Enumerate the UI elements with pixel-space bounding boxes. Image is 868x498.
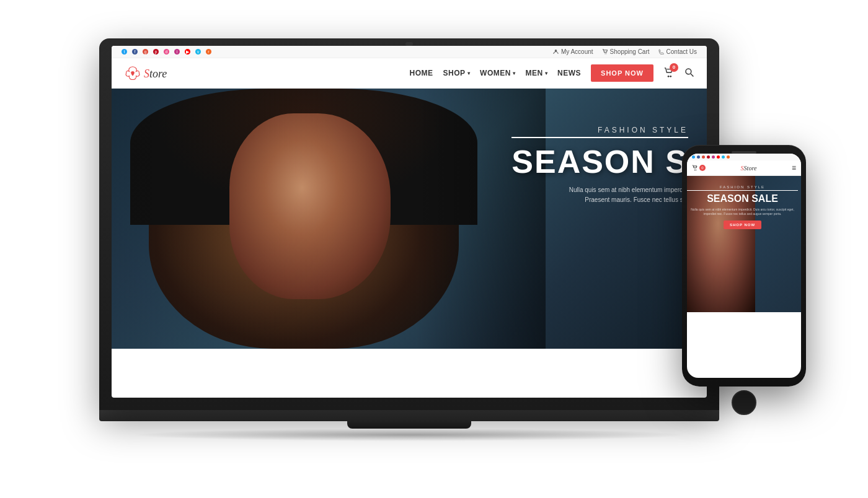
logo-icon — [124, 64, 141, 82]
svg-point-4 — [670, 75, 671, 77]
search-icon-nav[interactable] — [684, 68, 694, 79]
logo-text: Store — [144, 66, 167, 81]
cart-icon — [602, 49, 608, 55]
phone-pinterest-icon — [707, 155, 710, 159]
hamburger-menu[interactable]: ≡ — [792, 164, 796, 172]
nav-home[interactable]: HOME — [410, 69, 433, 77]
scene: t f g p d i ▶ v r My Account — [0, 0, 868, 498]
site-logo[interactable]: Store — [124, 64, 167, 82]
topbar-links: My Account Shopping Cart Contact Us — [553, 48, 697, 55]
phone-cart-area[interactable]: 0 — [692, 165, 706, 171]
phone-device: 0 SStore ≡ — [682, 145, 806, 393]
rss-icon[interactable]: r — [206, 49, 211, 55]
vimeo-icon[interactable]: v — [195, 49, 201, 55]
svg-point-3 — [668, 75, 670, 77]
phone-hero-content: FASHION STYLE SEASON SALE Nulla quis sem… — [687, 185, 798, 229]
svg-point-5 — [686, 69, 691, 74]
hero-content: FASHION STYLE SEASON S Nulla quis sem at… — [512, 126, 688, 205]
phone-home-button[interactable] — [732, 390, 756, 415]
phone-body: 0 SStore ≡ — [682, 145, 806, 387]
laptop-screen: t f g p d i ▶ v r My Account — [112, 46, 707, 398]
laptop-shadow — [130, 429, 688, 441]
phone-hero: FASHION STYLE SEASON SALE Nulla quis sem… — [687, 176, 801, 312]
phone-topbar — [687, 154, 801, 160]
phone-cart-badge: 0 — [699, 165, 706, 171]
svg-point-1 — [604, 53, 605, 54]
shop-now-button[interactable]: SHOP NOW — [591, 64, 653, 82]
phone-facebook-icon — [697, 155, 700, 159]
hero-description: Nulla quis sem at nibh elementum imperd.… — [512, 185, 688, 205]
shopping-cart-link[interactable]: Shopping Cart — [602, 48, 650, 55]
svg-point-2 — [606, 53, 606, 54]
cart-badge: 0 — [670, 63, 678, 72]
hero-title: SEASON S — [512, 146, 688, 178]
phone-hero-subtitle: FASHION STYLE — [687, 185, 798, 191]
pinterest-icon[interactable]: p — [153, 49, 159, 55]
phone-hero-desc: Nulla quis sem at nibh elementum imperdi… — [687, 208, 798, 217]
phone-youtube-icon — [717, 155, 720, 159]
nav-men[interactable]: MEN ▾ — [525, 69, 547, 77]
site-hero: FASHION STYLE SEASON S Nulla quis sem at… — [112, 89, 707, 349]
phone-cart-icon — [692, 165, 698, 171]
site-topbar: t f g p d i ▶ v r My Account — [112, 46, 707, 58]
contact-us-link[interactable]: Contact Us — [658, 48, 697, 55]
nav-women[interactable]: WOMEN ▾ — [480, 69, 515, 77]
svg-point-8 — [696, 170, 697, 171]
hero-figure-area — [112, 89, 546, 349]
svg-point-0 — [555, 50, 557, 52]
phone-rss-icon — [727, 155, 730, 159]
instagram-icon[interactable]: i — [174, 49, 180, 55]
phone-hero-title: SEASON SALE — [687, 193, 798, 204]
nav-links: HOME SHOP ▾ WOMEN ▾ MEN ▾ NEWS SHOP NOW — [410, 64, 694, 82]
phone-shop-now-button[interactable]: SHOP NOW — [724, 221, 761, 229]
my-account-link[interactable]: My Account — [553, 48, 593, 55]
hero-subtitle: FASHION STYLE — [512, 126, 688, 138]
dribbble-icon[interactable]: d — [164, 49, 169, 55]
laptop-device: t f g p d i ▶ v r My Account — [99, 38, 719, 460]
site-navbar: Store HOME SHOP ▾ WOMEN ▾ MEN ▾ NEWS SHO… — [112, 58, 707, 89]
phone-icon — [658, 49, 664, 55]
phone-social-icons — [692, 155, 730, 159]
phone-navbar: 0 SStore ≡ — [687, 160, 801, 176]
youtube-icon[interactable]: ▶ — [185, 49, 190, 55]
phone-twitter-icon — [692, 155, 695, 159]
svg-line-6 — [691, 74, 693, 76]
laptop-base — [99, 410, 719, 421]
svg-point-7 — [694, 170, 696, 171]
phone-logo: SStore — [741, 165, 757, 172]
nav-shop[interactable]: SHOP ▾ — [443, 69, 471, 77]
phone-google-icon — [702, 155, 705, 159]
laptop-stand — [347, 421, 471, 429]
facebook-icon[interactable]: f — [132, 49, 138, 55]
cart-button[interactable]: 0 — [663, 67, 675, 80]
laptop-body: t f g p d i ▶ v r My Account — [99, 38, 719, 410]
phone-vimeo-icon — [722, 155, 725, 159]
phone-screen: 0 SStore ≡ — [687, 154, 801, 378]
person-icon — [553, 49, 559, 55]
google-icon[interactable]: g — [143, 49, 148, 55]
nav-news[interactable]: NEWS — [557, 69, 581, 77]
twitter-icon[interactable]: t — [122, 49, 127, 55]
social-icons-row: t f g p d i ▶ v r — [122, 49, 211, 55]
phone-instagram-icon — [712, 155, 715, 159]
